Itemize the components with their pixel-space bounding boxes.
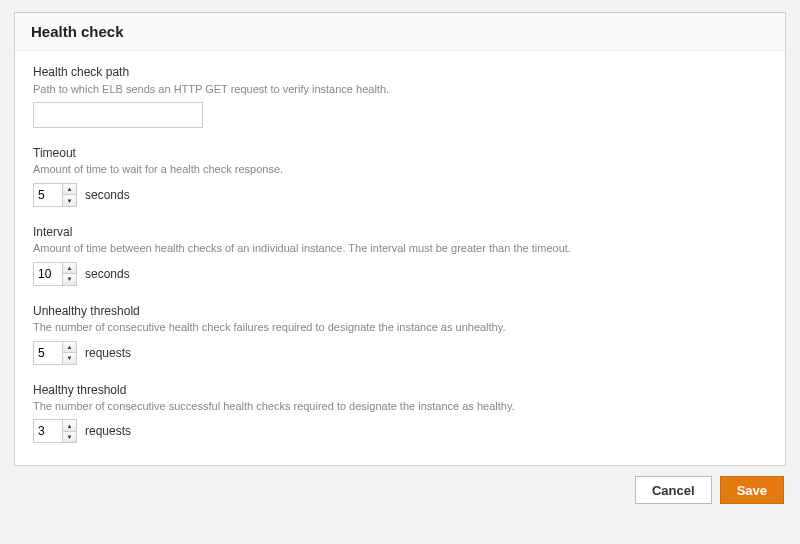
field-label: Health check path (33, 65, 767, 81)
interval-input-row: ▲ ▼ seconds (33, 262, 130, 286)
field-desc: Path to which ELB sends an HTTP GET requ… (33, 82, 767, 96)
unhealthy-up-button[interactable]: ▲ (63, 342, 76, 354)
field-unhealthy-threshold: Unhealthy threshold The number of consec… (33, 304, 767, 365)
cancel-button[interactable]: Cancel (635, 476, 712, 504)
unhealthy-stepper[interactable]: ▲ ▼ (33, 341, 77, 365)
field-label: Timeout (33, 146, 767, 162)
field-health-check-path: Health check path Path to which ELB send… (33, 65, 767, 128)
unhealthy-unit: requests (85, 346, 131, 360)
panel-header: Health check (15, 13, 785, 51)
healthy-unit: requests (85, 424, 131, 438)
panel-body: Health check path Path to which ELB send… (15, 51, 785, 465)
save-button[interactable]: Save (720, 476, 784, 504)
interval-up-button[interactable]: ▲ (63, 263, 76, 275)
interval-spinner: ▲ ▼ (62, 263, 76, 285)
unhealthy-value-input[interactable] (34, 342, 62, 364)
timeout-input-row: ▲ ▼ seconds (33, 183, 130, 207)
unhealthy-input-row: ▲ ▼ requests (33, 341, 131, 365)
interval-value-input[interactable] (34, 263, 62, 285)
page: Health check Health check path Path to w… (0, 0, 800, 522)
timeout-spinner: ▲ ▼ (62, 184, 76, 206)
interval-unit: seconds (85, 267, 130, 281)
field-label: Healthy threshold (33, 383, 767, 399)
unhealthy-spinner: ▲ ▼ (62, 342, 76, 364)
unhealthy-down-button[interactable]: ▼ (63, 353, 76, 364)
field-healthy-threshold: Healthy threshold The number of consecut… (33, 383, 767, 444)
field-desc: The number of consecutive successful hea… (33, 399, 767, 413)
field-interval: Interval Amount of time between health c… (33, 225, 767, 286)
field-desc: Amount of time between health checks of … (33, 241, 767, 255)
healthy-up-button[interactable]: ▲ (63, 420, 76, 432)
field-timeout: Timeout Amount of time to wait for a hea… (33, 146, 767, 207)
timeout-value-input[interactable] (34, 184, 62, 206)
field-desc: Amount of time to wait for a health chec… (33, 162, 767, 176)
field-label: Interval (33, 225, 767, 241)
timeout-unit: seconds (85, 188, 130, 202)
health-check-path-input[interactable] (33, 102, 203, 128)
healthy-stepper[interactable]: ▲ ▼ (33, 419, 77, 443)
field-desc: The number of consecutive health check f… (33, 320, 767, 334)
interval-stepper[interactable]: ▲ ▼ (33, 262, 77, 286)
timeout-stepper[interactable]: ▲ ▼ (33, 183, 77, 207)
panel-title: Health check (31, 23, 769, 40)
health-check-panel: Health check Health check path Path to w… (14, 12, 786, 466)
healthy-down-button[interactable]: ▼ (63, 432, 76, 443)
field-label: Unhealthy threshold (33, 304, 767, 320)
button-bar: Cancel Save (14, 466, 786, 508)
interval-down-button[interactable]: ▼ (63, 274, 76, 285)
timeout-down-button[interactable]: ▼ (63, 195, 76, 206)
healthy-spinner: ▲ ▼ (62, 420, 76, 442)
healthy-value-input[interactable] (34, 420, 62, 442)
timeout-up-button[interactable]: ▲ (63, 184, 76, 196)
healthy-input-row: ▲ ▼ requests (33, 419, 131, 443)
